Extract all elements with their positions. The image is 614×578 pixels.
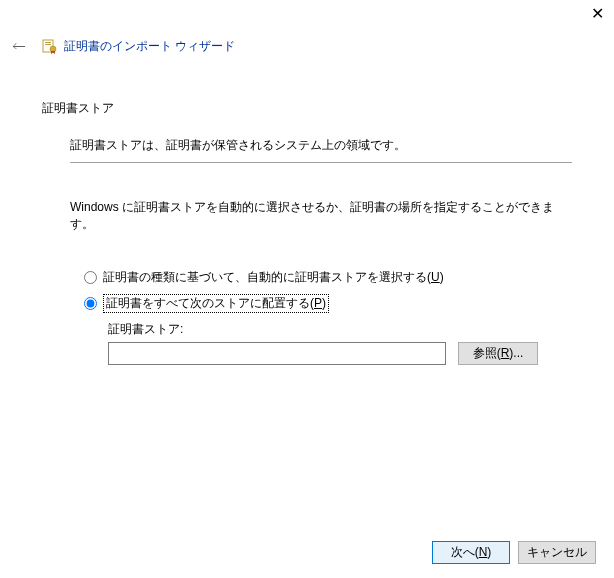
cancel-button[interactable]: キャンセル (518, 541, 596, 564)
next-button[interactable]: 次へ(N) (432, 541, 510, 564)
store-row: 参照(R)... (108, 342, 572, 365)
radio-place-input[interactable] (84, 297, 97, 310)
divider (70, 162, 572, 163)
store-input[interactable] (108, 342, 446, 365)
radio-place-all[interactable]: 証明書をすべて次のストアに配置する(P) (84, 294, 572, 313)
content-area: 証明書ストア 証明書ストアは、証明書が保管されるシステム上の領域です。 Wind… (42, 100, 572, 365)
certificate-icon (42, 38, 58, 54)
wizard-title-group: 証明書のインポート ウィザード (42, 38, 235, 55)
section-description: 証明書ストアは、証明書が保管されるシステム上の領域です。 (70, 137, 572, 154)
footer-buttons: 次へ(N) キャンセル (432, 541, 596, 564)
store-block: 証明書ストア: 参照(R)... (108, 321, 572, 365)
back-icon[interactable]: 🡐 (8, 36, 30, 56)
svg-rect-1 (45, 42, 51, 43)
store-label: 証明書ストア: (108, 321, 572, 338)
radio-place-label: 証明書をすべて次のストアに配置する(P) (103, 294, 329, 313)
section-title: 証明書ストア (42, 100, 572, 117)
svg-rect-2 (45, 44, 51, 45)
radio-auto-input[interactable] (84, 271, 97, 284)
radio-auto-label: 証明書の種類に基づいて、自動的に証明書ストアを選択する(U) (103, 269, 444, 286)
radio-auto-select[interactable]: 証明書の種類に基づいて、自動的に証明書ストアを選択する(U) (84, 269, 572, 286)
close-icon[interactable]: ✕ (591, 4, 604, 23)
wizard-title: 証明書のインポート ウィザード (64, 38, 235, 55)
wizard-header: 🡐 証明書のインポート ウィザード (8, 36, 606, 56)
instruction-text: Windows に証明書ストアを自動的に選択させるか、証明書の場所を指定すること… (70, 199, 572, 233)
browse-button[interactable]: 参照(R)... (458, 342, 538, 365)
